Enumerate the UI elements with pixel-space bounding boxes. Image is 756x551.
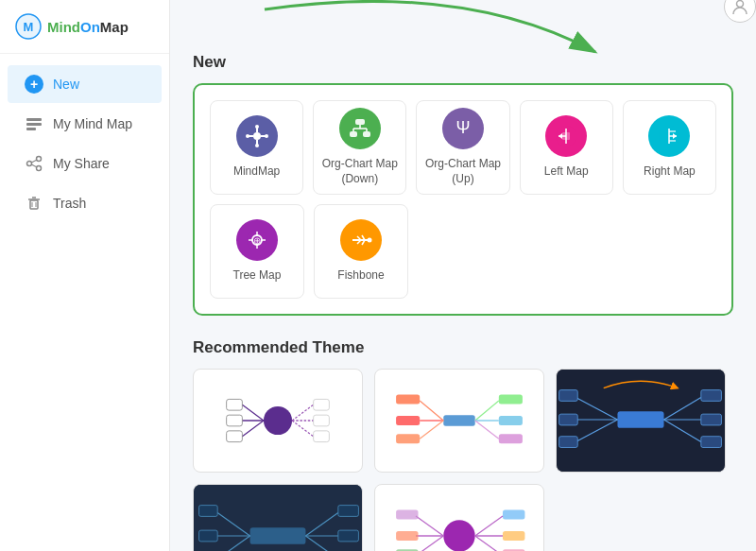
svg-rect-28 bbox=[363, 131, 370, 137]
svg-point-7 bbox=[37, 166, 42, 171]
svg-text:⊕: ⊕ bbox=[253, 235, 261, 246]
sidebar-item-my-share[interactable]: My Share bbox=[8, 145, 162, 182]
tree-map-icon: ⊕ bbox=[236, 219, 278, 261]
new-section-box: MindMap Or bbox=[193, 83, 733, 316]
svg-rect-109 bbox=[338, 506, 359, 517]
svg-rect-80 bbox=[499, 394, 523, 404]
map-item-org-up[interactable]: Ψ Org-Chart Map (Up) bbox=[416, 100, 509, 195]
svg-rect-103 bbox=[199, 506, 218, 517]
theme-card-2[interactable] bbox=[374, 369, 544, 473]
svg-point-15 bbox=[737, 1, 744, 8]
tree-map-label: Tree Map bbox=[233, 268, 282, 284]
svg-rect-118 bbox=[396, 531, 418, 541]
svg-rect-101 bbox=[250, 527, 306, 544]
recommended-title: Recommended Theme bbox=[193, 338, 733, 357]
new-section: New bbox=[193, 53, 733, 316]
theme-card-1[interactable] bbox=[193, 369, 363, 473]
svg-rect-105 bbox=[199, 530, 218, 542]
share-icon bbox=[25, 154, 43, 173]
logo-icon: M bbox=[15, 13, 42, 40]
user-avatar[interactable] bbox=[724, 0, 756, 23]
fishbone-icon bbox=[340, 219, 382, 261]
map-item-tree-map[interactable]: ⊕ Tree Map bbox=[210, 204, 304, 299]
sidebar-item-mind-map-label: My Mind Map bbox=[53, 116, 132, 131]
svg-rect-86 bbox=[617, 411, 663, 428]
svg-point-24 bbox=[246, 134, 249, 138]
svg-rect-90 bbox=[559, 414, 578, 425]
svg-line-73 bbox=[420, 401, 443, 421]
svg-rect-10 bbox=[30, 200, 38, 209]
svg-rect-26 bbox=[355, 119, 365, 125]
theme-preview-4 bbox=[194, 485, 362, 551]
fishbone-label: Fishbone bbox=[337, 268, 384, 284]
svg-line-77 bbox=[420, 421, 443, 439]
theme-preview-2 bbox=[383, 377, 536, 464]
svg-rect-72 bbox=[443, 415, 474, 426]
map-item-org-down[interactable]: Org-Chart Map(Down) bbox=[313, 100, 406, 195]
map-item-mindmap[interactable]: MindMap bbox=[210, 100, 303, 195]
trash-icon bbox=[25, 194, 43, 213]
svg-rect-76 bbox=[396, 416, 420, 425]
svg-point-6 bbox=[27, 162, 32, 166]
right-map-icon bbox=[648, 115, 690, 157]
logo-text: MindOnMap bbox=[47, 19, 129, 35]
svg-rect-88 bbox=[559, 390, 578, 402]
map-item-right-map[interactable]: Right Map bbox=[623, 100, 716, 195]
svg-line-9 bbox=[31, 164, 36, 167]
theme-preview-5 bbox=[383, 492, 536, 551]
svg-rect-69 bbox=[314, 415, 330, 426]
svg-point-25 bbox=[265, 134, 268, 138]
left-map-label: Left Map bbox=[544, 164, 589, 180]
main-content: New bbox=[170, 0, 756, 551]
mindmap-icon bbox=[236, 115, 278, 157]
svg-text:Ψ: Ψ bbox=[455, 118, 470, 137]
svg-rect-61 bbox=[227, 399, 243, 410]
svg-line-60 bbox=[242, 405, 264, 421]
svg-rect-82 bbox=[499, 416, 523, 425]
org-down-label: Org-Chart Map(Down) bbox=[322, 157, 398, 186]
svg-point-22 bbox=[255, 125, 259, 129]
sidebar: M MindOnMap + New My Mind Map My Share bbox=[0, 0, 170, 551]
svg-line-79 bbox=[475, 401, 499, 421]
theme-card-5[interactable] bbox=[374, 484, 544, 551]
svg-point-59 bbox=[264, 406, 292, 435]
map-item-fishbone[interactable]: Fishbone bbox=[314, 204, 408, 299]
mind-map-icon bbox=[25, 114, 43, 133]
svg-rect-92 bbox=[559, 437, 578, 448]
svg-rect-116 bbox=[396, 509, 418, 519]
svg-rect-78 bbox=[396, 434, 420, 443]
svg-rect-63 bbox=[227, 415, 243, 426]
theme-preview-1 bbox=[201, 377, 354, 464]
svg-point-114 bbox=[443, 520, 474, 551]
svg-rect-84 bbox=[499, 434, 523, 443]
svg-line-64 bbox=[242, 421, 264, 437]
svg-point-23 bbox=[255, 144, 259, 147]
svg-rect-3 bbox=[26, 123, 42, 126]
svg-line-121 bbox=[475, 516, 503, 536]
svg-rect-124 bbox=[503, 531, 524, 541]
svg-rect-65 bbox=[227, 431, 243, 442]
theme-card-3[interactable] bbox=[556, 369, 726, 473]
logo-area: M MindOnMap bbox=[0, 0, 169, 54]
svg-line-8 bbox=[31, 160, 36, 163]
svg-text:M: M bbox=[24, 20, 34, 34]
theme-card-4[interactable] bbox=[193, 484, 363, 551]
right-map-label: Right Map bbox=[644, 164, 696, 180]
svg-rect-2 bbox=[26, 118, 42, 121]
sidebar-item-new[interactable]: + New bbox=[8, 65, 162, 103]
svg-rect-4 bbox=[26, 128, 36, 130]
svg-line-115 bbox=[416, 516, 443, 536]
svg-line-70 bbox=[292, 421, 314, 437]
svg-rect-94 bbox=[701, 390, 722, 402]
theme-grid bbox=[193, 369, 733, 551]
sidebar-item-trash[interactable]: Trash bbox=[8, 184, 162, 222]
sidebar-item-share-label: My Share bbox=[53, 156, 110, 171]
svg-rect-122 bbox=[503, 509, 524, 519]
org-down-icon bbox=[339, 108, 381, 149]
map-item-left-map[interactable]: Left Map bbox=[520, 100, 613, 195]
sidebar-item-my-mind-map[interactable]: My Mind Map bbox=[8, 105, 162, 143]
svg-line-66 bbox=[292, 405, 314, 421]
svg-rect-74 bbox=[396, 394, 420, 404]
svg-rect-111 bbox=[338, 530, 359, 542]
svg-rect-98 bbox=[701, 437, 722, 448]
